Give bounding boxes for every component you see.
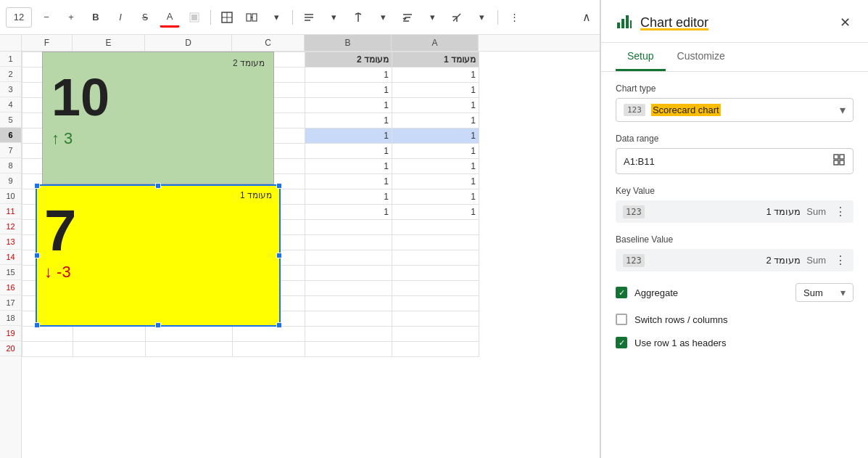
row-num-4[interactable]: 4 [0, 97, 21, 113]
row-num-16[interactable]: 16 [0, 280, 21, 295]
cell-B5[interactable]: 1 [305, 113, 392, 128]
aggregate-checkbox[interactable]: ✓ [616, 287, 627, 298]
rotate-chevron[interactable]: ▾ [471, 7, 492, 28]
cell-A5[interactable]: 1 [392, 113, 479, 128]
cell-B14[interactable] [305, 250, 392, 266]
cell-B7[interactable]: 1 [305, 144, 392, 159]
handle-bottom-right[interactable] [276, 322, 282, 328]
cell-A1[interactable]: מעומד 1 [392, 52, 479, 68]
close-button[interactable]: ✕ [837, 12, 853, 33]
cell-B10[interactable]: 1 [305, 189, 392, 205]
use-row1-checkbox[interactable]: ✓ [616, 337, 627, 348]
cell-A8[interactable]: 1 [392, 159, 479, 174]
cell-A11[interactable]: 1 [392, 205, 479, 220]
cell-A12[interactable] [392, 220, 479, 235]
valign-button[interactable] [348, 7, 368, 28]
handle-top-right[interactable] [276, 183, 282, 189]
row-num-14[interactable]: 14 [0, 250, 21, 265]
cell-A18[interactable] [392, 311, 479, 327]
grid-select-icon[interactable] [832, 153, 846, 169]
row-num-10[interactable]: 10 [0, 189, 21, 204]
handle-top-center[interactable] [155, 183, 161, 189]
cell-B9[interactable]: 1 [305, 174, 392, 189]
cell-A6[interactable]: 1 [392, 128, 479, 144]
row-num-17[interactable]: 17 [0, 295, 21, 311]
borders-button[interactable] [217, 7, 237, 28]
cell-A15[interactable] [392, 266, 479, 281]
more-button[interactable]: ⋮ [504, 7, 524, 28]
fill-color-button[interactable] [184, 7, 204, 28]
tab-setup[interactable]: Setup [616, 43, 666, 71]
handle-bottom-center[interactable] [155, 322, 161, 328]
data-range-input[interactable]: A1:B11 [616, 148, 853, 174]
cell-A16[interactable] [392, 281, 479, 296]
cell-B2[interactable]: 1 [305, 68, 392, 83]
row-num-7[interactable]: 7 [0, 143, 21, 158]
cell-B19[interactable] [305, 327, 392, 342]
col-header-F[interactable]: F [22, 35, 73, 51]
row-num-9[interactable]: 9 [0, 173, 21, 189]
text-color-button[interactable]: A [160, 7, 180, 28]
cell-A7[interactable]: 1 [392, 144, 479, 159]
cell-A9[interactable]: 1 [392, 174, 479, 189]
row-num-8[interactable]: 8 [0, 158, 21, 173]
cell-A14[interactable] [392, 250, 479, 266]
row-num-20[interactable]: 20 [0, 341, 21, 356]
switch-rows-checkbox[interactable] [616, 314, 627, 325]
wrap-button[interactable] [397, 7, 418, 28]
merge-button[interactable] [241, 7, 262, 28]
cell-B13[interactable] [305, 235, 392, 250]
cell-D20[interactable] [146, 342, 233, 357]
rotate-button[interactable] [447, 7, 467, 28]
handle-mid-left[interactable] [34, 253, 40, 258]
row-num-12[interactable]: 12 [0, 219, 21, 234]
bold-button[interactable]: B [86, 7, 106, 28]
strikethrough-button[interactable]: S̶ [135, 7, 155, 28]
cell-F19[interactable] [22, 327, 73, 342]
cell-E20[interactable] [73, 342, 146, 357]
row-num-5[interactable]: 5 [0, 113, 21, 128]
font-size-increase-button[interactable]: + [61, 7, 81, 28]
cell-B16[interactable] [305, 281, 392, 296]
cell-A19[interactable] [392, 327, 479, 342]
row-num-11[interactable]: 11 [0, 204, 21, 219]
cell-A2[interactable]: 1 [392, 68, 479, 83]
handle-bottom-left[interactable] [34, 322, 40, 328]
tab-customize[interactable]: Customize [666, 43, 737, 71]
row-num-15[interactable]: 15 [0, 265, 21, 280]
cell-B15[interactable] [305, 266, 392, 281]
handle-mid-right[interactable] [276, 253, 282, 258]
handle-top-left[interactable] [34, 183, 40, 189]
col-header-C[interactable]: C [232, 35, 305, 51]
merge-chevron[interactable]: ▾ [266, 7, 286, 28]
cell-B18[interactable] [305, 311, 392, 327]
cell-B3[interactable]: 1 [305, 83, 392, 98]
collapse-button[interactable]: ∧ [579, 7, 594, 27]
cell-A4[interactable]: 1 [392, 98, 479, 113]
font-size-input[interactable]: 12 [6, 7, 32, 28]
row-num-6[interactable]: 6 [0, 128, 21, 143]
cell-A17[interactable] [392, 296, 479, 311]
cell-A3[interactable]: 1 [392, 83, 479, 98]
cell-C20[interactable] [233, 342, 305, 357]
col-header-A[interactable]: A [392, 35, 479, 51]
italic-button[interactable]: I [110, 7, 131, 28]
cell-F20[interactable] [22, 342, 73, 357]
align-chevron[interactable]: ▾ [323, 7, 344, 28]
cell-B6[interactable]: 1 [305, 128, 392, 144]
key-value-menu-button[interactable]: ⋮ [835, 205, 846, 218]
cell-C19[interactable] [233, 327, 305, 342]
cell-A13[interactable] [392, 235, 479, 250]
cell-B20[interactable] [305, 342, 392, 357]
cell-A10[interactable]: 1 [392, 189, 479, 205]
aggregate-dropdown[interactable]: Sum ▾ [795, 283, 853, 302]
cell-B8[interactable]: 1 [305, 159, 392, 174]
valign-chevron[interactable]: ▾ [373, 7, 393, 28]
cell-B12[interactable] [305, 220, 392, 235]
wrap-chevron[interactable]: ▾ [422, 7, 442, 28]
cell-B4[interactable]: 1 [305, 98, 392, 113]
align-button[interactable] [299, 7, 319, 28]
row-num-1[interactable]: 1 [0, 52, 21, 67]
baseline-value-menu-button[interactable]: ⋮ [835, 253, 846, 267]
row-num-2[interactable]: 2 [0, 67, 21, 82]
